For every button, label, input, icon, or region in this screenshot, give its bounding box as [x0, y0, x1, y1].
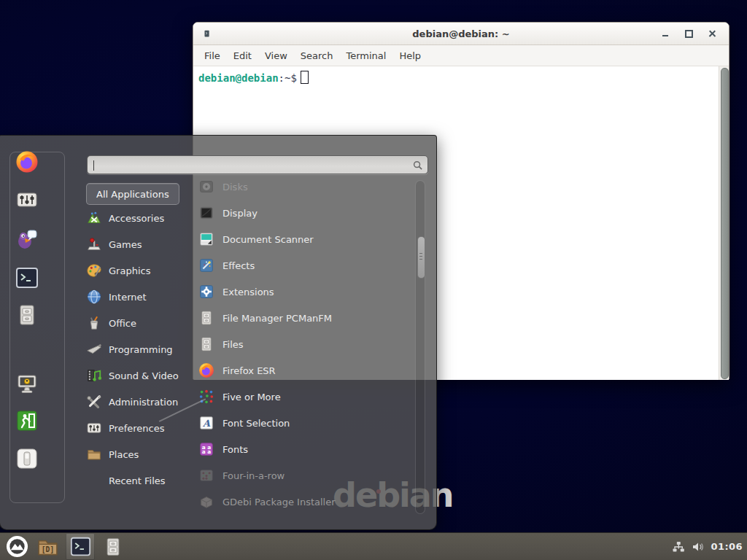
five-or-more-icon	[198, 389, 214, 405]
lock-screen-button[interactable]	[15, 372, 39, 395]
category-programming[interactable]: Programming	[82, 336, 193, 362]
category-accessories[interactable]: Accessories	[82, 205, 193, 231]
desktop: debian debian@debian: ~ File Edit View S…	[0, 0, 747, 560]
prompt-user-host: debian@debian	[198, 72, 279, 84]
taskbar-terminal-button[interactable]	[66, 533, 95, 560]
app-file-manager-pcmanfm[interactable]: File Manager PCManFM	[198, 305, 411, 331]
app-effects[interactable]: Effects	[198, 252, 411, 279]
favorite-firefox[interactable]	[15, 150, 39, 174]
terminal-icon	[70, 536, 91, 557]
category-preferences[interactable]: Preferences	[82, 415, 193, 441]
category-administration[interactable]: Administration	[82, 389, 193, 415]
menu-view[interactable]: View	[258, 47, 294, 65]
app-disks[interactable]: Disks	[198, 174, 411, 200]
applications-scrollbar[interactable]	[415, 180, 425, 514]
menu-search-box	[87, 155, 428, 174]
app-four-in-a-row[interactable]: Four-in-a-row	[198, 462, 411, 489]
app-files[interactable]: Files	[198, 331, 411, 357]
applications-scrollbar-thumb[interactable]	[417, 236, 425, 279]
taskbar: [D] 01:06	[0, 532, 747, 560]
games-icon	[86, 236, 102, 252]
menu-file[interactable]: File	[198, 47, 227, 65]
desktop-folder-icon: [D]	[36, 535, 59, 558]
terminal-cursor	[301, 71, 309, 84]
minimize-button[interactable]	[657, 27, 673, 40]
recent-files-spacer	[86, 472, 102, 489]
favorite-terminal[interactable]	[15, 266, 39, 289]
search-icon	[412, 160, 423, 171]
taskbar-file-manager-button[interactable]	[101, 534, 125, 559]
quit-button[interactable]	[15, 447, 39, 470]
effects-icon	[198, 257, 214, 273]
preferences-icon	[86, 420, 102, 436]
four-in-a-row-icon	[198, 467, 214, 483]
display-icon	[198, 205, 214, 221]
disks-icon	[198, 179, 214, 195]
svg-text:a a: a a	[202, 448, 211, 455]
close-button[interactable]	[704, 27, 720, 40]
category-recent-files[interactable]: Recent Files	[82, 467, 193, 494]
programming-icon	[86, 341, 102, 357]
menu-applications-list: Disks Display Document Scanner Effects E…	[198, 174, 411, 515]
administration-icon	[86, 394, 102, 410]
graphics-icon	[86, 262, 102, 279]
favorite-preferences[interactable]	[15, 188, 39, 211]
search-caret	[93, 160, 94, 171]
file-cabinet-icon	[103, 537, 123, 557]
category-internet[interactable]: Internet	[82, 284, 193, 310]
app-firefox-esr[interactable]: Firefox ESR	[198, 357, 411, 384]
places-icon	[86, 446, 102, 462]
app-extensions[interactable]: Extensions	[198, 279, 411, 305]
menu-terminal[interactable]: Terminal	[339, 47, 392, 65]
prompt-suffix: :~$	[279, 72, 297, 84]
category-places[interactable]: Places	[82, 441, 193, 467]
document-scanner-icon	[198, 231, 214, 247]
favorite-file-manager[interactable]	[15, 303, 39, 327]
app-document-scanner[interactable]: Document Scanner	[198, 226, 411, 252]
menu-button-icon	[6, 535, 28, 558]
category-graphics[interactable]: Graphics	[82, 257, 193, 284]
gdebi-icon	[198, 494, 214, 510]
svg-text:[D]: [D]	[41, 545, 53, 553]
log-out-button[interactable]	[15, 409, 39, 432]
app-fonts[interactable]: a aa a Fonts	[198, 436, 411, 462]
file-cabinet-icon	[198, 336, 214, 352]
menu-categories: All Applications Accessories Games Graph…	[82, 179, 193, 494]
app-display[interactable]: Display	[198, 200, 411, 226]
clock[interactable]: 01:06	[711, 541, 743, 552]
firefox-icon	[198, 362, 214, 378]
internet-icon	[86, 289, 102, 305]
menu-edit[interactable]: Edit	[227, 47, 258, 65]
terminal-scrollbar-thumb[interactable]	[721, 68, 729, 379]
accessories-icon	[86, 210, 102, 226]
extensions-icon	[198, 284, 214, 300]
menu-button[interactable]	[4, 534, 29, 559]
app-gdebi-package-installer[interactable]: GDebi Package Installer	[198, 489, 411, 515]
window-title: debian@debian: ~	[193, 28, 729, 39]
menu-help[interactable]: Help	[392, 47, 427, 65]
network-icon[interactable]	[672, 540, 685, 553]
terminal-scrollbar[interactable]	[719, 66, 729, 380]
category-sound-video[interactable]: Sound & Video	[82, 362, 193, 389]
favorite-pidgin[interactable]	[15, 227, 39, 250]
font-selection-icon: A	[198, 415, 214, 431]
app-five-or-more[interactable]: Five or More	[198, 384, 411, 410]
category-office[interactable]: Office	[82, 310, 193, 336]
category-games[interactable]: Games	[82, 231, 193, 257]
svg-text:A: A	[202, 418, 211, 429]
fonts-icon: a aa a	[198, 441, 214, 457]
file-cabinet-icon	[198, 310, 214, 326]
app-font-selection[interactable]: A Font Selection	[198, 410, 411, 436]
terminal-menubar: File Edit View Search Terminal Help	[193, 45, 729, 66]
menu-search[interactable]: Search	[294, 47, 340, 65]
maximize-button[interactable]	[681, 27, 697, 40]
applications-menu: All Applications Accessories Games Graph…	[0, 135, 437, 530]
office-icon	[86, 315, 102, 331]
volume-icon[interactable]	[692, 540, 705, 553]
show-desktop-folder-button[interactable]: [D]	[35, 534, 60, 559]
category-all-applications[interactable]: All Applications	[86, 183, 179, 205]
terminal-titlebar[interactable]: debian@debian: ~	[193, 23, 729, 45]
search-input[interactable]	[88, 156, 412, 174]
sound-video-icon	[86, 368, 102, 384]
